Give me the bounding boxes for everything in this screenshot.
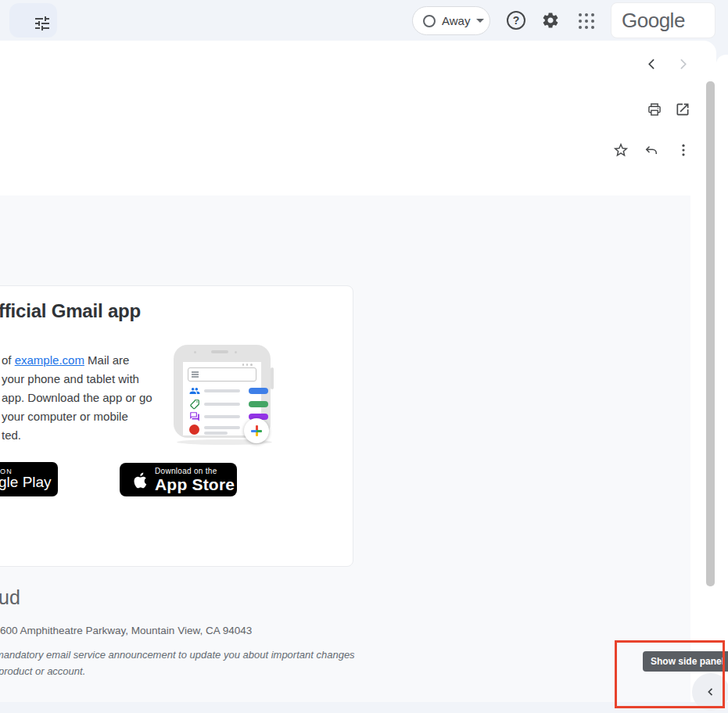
placeholder-text-bar xyxy=(204,426,240,429)
paragraph-line: your phone and tablet with xyxy=(0,370,152,389)
google-play-badge[interactable]: ON gle Play xyxy=(0,462,58,496)
footer-legal-line: mandatory email service announcement to … xyxy=(0,649,355,661)
older-conversation-button[interactable] xyxy=(675,56,690,72)
more-vert-icon[interactable] xyxy=(676,142,691,158)
placeholder-text-bar xyxy=(204,389,240,392)
footer-address: 600 Amphitheatre Parkway, Mountain View,… xyxy=(0,625,252,636)
reply-icon[interactable] xyxy=(644,142,659,158)
google-logo-text: Google xyxy=(622,9,685,33)
collapsed-side-panel xyxy=(716,55,728,702)
appstore-badge-bottom-text: App Store xyxy=(155,475,235,493)
paragraph-line: of example.com Mail are xyxy=(0,351,152,370)
play-badge-bottom-text: gle Play xyxy=(0,474,52,491)
phone-speaker-bar xyxy=(211,350,228,353)
example-link[interactable]: example.com xyxy=(15,353,84,367)
line1-pre: of xyxy=(2,353,15,367)
chat-icon xyxy=(189,411,200,422)
phone-search-bar xyxy=(188,367,256,382)
email-paragraph: of example.com Mail are your phone and t… xyxy=(0,351,152,445)
status-icon xyxy=(242,364,244,366)
paragraph-line: app. Download the app or go xyxy=(0,389,152,407)
gear-icon[interactable] xyxy=(541,11,560,30)
google-logo: Google xyxy=(611,2,715,38)
line1-post: Mail are xyxy=(84,353,130,367)
show-side-panel-tooltip: Show side panel xyxy=(643,651,728,672)
help-glyph: ? xyxy=(513,14,520,27)
apps-grid-icon[interactable] xyxy=(579,13,594,29)
status-chip[interactable]: Away xyxy=(412,6,490,35)
tag-icon xyxy=(189,399,200,410)
star-icon[interactable] xyxy=(612,142,629,159)
footer-brand: ud xyxy=(0,586,20,609)
hamburger-icon xyxy=(192,371,199,373)
apple-icon xyxy=(130,471,149,489)
placeholder-text-bar xyxy=(204,403,240,406)
app-store-badge[interactable]: Download on the App Store xyxy=(120,463,237,496)
help-icon[interactable]: ? xyxy=(507,11,525,30)
people-icon xyxy=(189,385,200,396)
gmail-window: Away ? Google fficial Gmail app of examp xyxy=(0,0,728,713)
phone-speaker-dot xyxy=(194,351,196,353)
footer-legal-line: product or account. xyxy=(0,665,85,677)
status-icon xyxy=(246,364,248,366)
appstore-badge-top-text: Download on the xyxy=(155,467,235,475)
chevron-down-icon xyxy=(476,19,484,23)
phone-side-button xyxy=(271,367,274,389)
print-icon[interactable] xyxy=(647,102,662,117)
away-status-icon xyxy=(423,15,436,27)
phone-camera-dot xyxy=(235,351,237,353)
compose-fab xyxy=(244,418,269,443)
tune-icon[interactable] xyxy=(33,14,52,33)
open-in-new-icon[interactable] xyxy=(675,102,690,117)
newer-conversation-button[interactable] xyxy=(644,56,660,72)
red-circle-icon xyxy=(189,425,199,435)
paragraph-line: your computer or mobile xyxy=(0,407,152,426)
status-icon xyxy=(250,364,253,366)
chevron-left-icon xyxy=(704,685,718,699)
show-side-panel-button[interactable] xyxy=(692,673,728,711)
email-heading: fficial Gmail app xyxy=(0,300,141,322)
phone-illustration xyxy=(170,342,277,450)
green-pill xyxy=(249,401,268,407)
placeholder-text-bar xyxy=(204,432,228,435)
search-bar-end[interactable] xyxy=(9,3,57,38)
status-label: Away xyxy=(442,14,470,27)
vertical-scrollbar[interactable] xyxy=(706,81,715,586)
blue-pill xyxy=(249,388,268,394)
placeholder-text-bar xyxy=(204,415,240,418)
paragraph-line: ted. xyxy=(0,426,152,445)
